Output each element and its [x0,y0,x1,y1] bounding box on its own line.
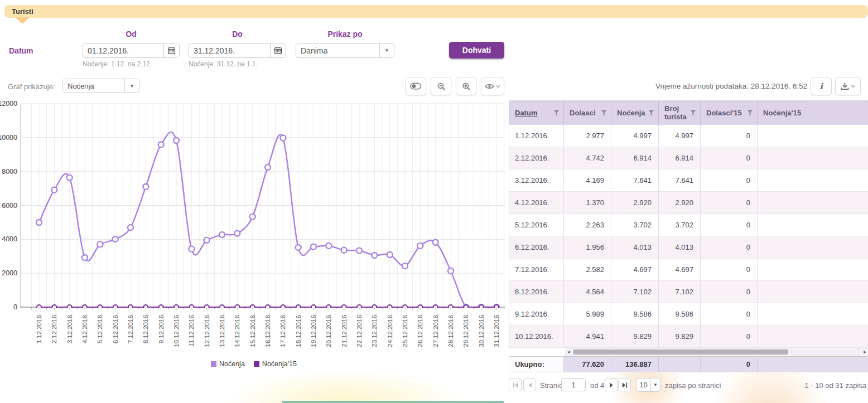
cell-value: 4.941 [564,326,611,347]
svg-text:30.12.2016.: 30.12.2016. [478,313,485,347]
prikaz-po-value: Danima [296,43,379,57]
filter-icon[interactable] [553,109,560,116]
cell-value: 2.582 [564,259,611,280]
page-title: Turisti [12,7,33,16]
column-header[interactable]: Broj turista [659,100,701,125]
filter-icon[interactable] [601,109,607,116]
dohvati-button[interactable]: Dohvati [449,42,504,59]
page-number-input[interactable] [561,378,586,391]
column-header[interactable]: Noćenja [611,100,659,125]
scroll-right-arrow[interactable]: ▸ [861,348,868,356]
filter-icon[interactable] [747,109,753,116]
svg-text:20.12.2016.: 20.12.2016. [325,313,332,347]
svg-text:13.12.2016.: 13.12.2016. [219,313,225,347]
info-icon: i [819,81,823,91]
cell-date: 2.12.2016. [509,147,564,169]
cell-value: 4.697 [611,259,659,280]
cell-value: 7.102 [611,281,659,303]
svg-text:12.12.2016.: 12.12.2016. [204,313,210,347]
cell-value: 4.697 [659,259,701,280]
date-to-hint: Noćenje: 31.12. na 1.1. [189,60,258,68]
export-button[interactable] [835,77,861,95]
toggle-series-button[interactable] [406,77,426,95]
table-row[interactable]: 5.12.2016.2.2633.7023.7020 [509,214,868,236]
filter-icon[interactable] [690,109,696,116]
column-header[interactable]: Datum [509,100,564,125]
filter-icon[interactable] [648,109,654,116]
table-row[interactable]: 2.12.2016.4.7426.9146.9140 [509,147,868,169]
table-row[interactable]: 9.12.2016.5.9899.5869.5860 [509,303,868,326]
svg-text:31.12.2016.: 31.12.2016. [493,313,500,347]
cell-value: 9.586 [659,303,701,325]
svg-text:8.12.2016.: 8.12.2016. [142,313,149,343]
visibility-menu-button[interactable] [481,77,504,95]
cell-value: 0 [701,214,758,236]
svg-text:0: 0 [13,303,17,311]
page-size-value: 10 [636,378,650,391]
date-from-input[interactable] [83,43,163,57]
table-row[interactable]: 10.12.2016.4.9419.8299.8290 [509,326,868,348]
cell-value: 2.263 [564,214,611,236]
chart-legend: NoćenjaNoćenja'15 [0,360,508,368]
table-row[interactable]: 1.12.2016.2.9774.9974.9970 [509,125,868,147]
column-header[interactable]: Noćenja'15 [758,100,868,125]
cell-value: 4.169 [564,169,611,191]
cell-value: 0 [701,259,758,280]
date-to-calendar-button[interactable] [270,43,286,57]
zoom-out-button[interactable] [431,77,451,95]
zapisa-label: zapisa po stranici [665,381,721,390]
cell-value: 0 [701,169,758,191]
svg-text:8000: 8000 [2,168,17,176]
table-row[interactable]: 7.12.2016.2.5824.6974.6970 [509,259,868,281]
graf-prikazuje-label: Graf prikazuje: [8,82,55,91]
total-value: 0 [701,357,758,372]
legend-item[interactable]: Noćenja'15 [254,360,297,368]
graf-prikazuje-select[interactable]: Noćenja ▼ [62,79,139,93]
column-header[interactable]: Dolasci'15 [701,100,758,125]
cell-value: 4.997 [611,125,659,147]
cell-value: 0 [701,192,758,213]
svg-text:7.12.2016.: 7.12.2016. [127,313,134,343]
legend-item[interactable]: Noćenja [211,360,245,368]
legend-swatch [254,361,259,367]
chevron-down-icon: ▼ [379,43,394,57]
table-body: 1.12.2016.2.9774.9974.99702.12.2016.4.74… [509,125,868,348]
cell-value: 0 [701,281,758,303]
date-to-input[interactable] [189,43,270,57]
column-header[interactable]: Dolasci [564,100,611,125]
scrollbar-thumb[interactable] [573,349,788,355]
next-page-button[interactable] [605,378,618,391]
table-row[interactable]: 4.12.2016.1.3702.9202.9200 [509,192,868,214]
svg-text:10000: 10000 [0,134,17,142]
cell-value: 4.742 [564,147,611,169]
cell-value: 2.977 [564,125,611,147]
total-value: 136.887 [611,357,659,372]
table-row[interactable]: 3.12.2016.4.1697.6417.6410 [509,169,868,192]
cell-value: 2.920 [611,192,659,213]
svg-text:2.12.2016.: 2.12.2016. [51,313,57,343]
zoom-in-button[interactable] [456,77,476,95]
table-row[interactable]: 8.12.2016.4.5647.1027.1020 [509,281,868,303]
cell-value [758,326,868,347]
last-page-button[interactable] [618,378,631,391]
table-row[interactable]: 6.12.2016.1.9564.0134.0130 [509,236,868,259]
prikaz-po-select[interactable]: Danima ▼ [296,43,394,58]
date-from-field [83,43,180,58]
first-page-button[interactable] [509,378,522,391]
cell-value: 4.997 [659,125,701,147]
info-button[interactable]: i [811,77,832,95]
prikaz-po-label: Prikaz po [296,30,394,38]
cell-value: 5.989 [564,303,611,325]
svg-text:4000: 4000 [2,235,17,243]
cell-value [758,281,868,303]
previous-page-button[interactable] [523,378,536,391]
cell-date: 4.12.2016. [509,192,564,213]
cell-value: 3.702 [659,214,701,236]
cell-value: 4.013 [659,236,701,258]
scroll-left-arrow[interactable]: ◂ [565,348,572,356]
horizontal-scrollbar[interactable]: ◂ ▸ [565,348,868,356]
zoom-out-icon [437,82,446,91]
cell-date: 6.12.2016. [509,236,564,258]
page-size-select[interactable]: 10 ▼ [636,378,660,392]
date-from-calendar-button[interactable] [163,43,179,57]
